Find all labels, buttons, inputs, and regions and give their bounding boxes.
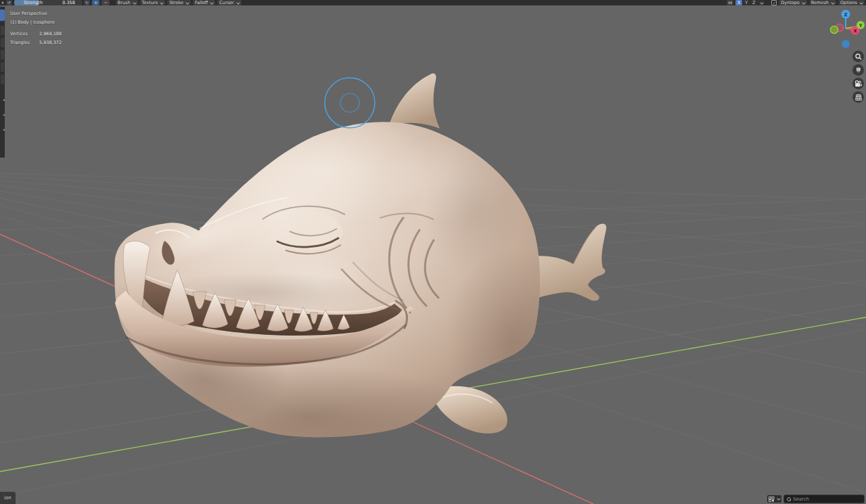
camera-view-icon	[854, 81, 862, 87]
cycle-left-button[interactable]: ↺	[6, 0, 12, 5]
dyntopo-menu[interactable]: Dyntopo	[779, 0, 807, 5]
cycle-arrow-icon: ↻	[85, 0, 89, 5]
symmetry-mirror-button[interactable]: ⋈	[727, 0, 733, 5]
gizmo-y-label: Y	[859, 23, 863, 28]
zoom-button[interactable]	[852, 51, 864, 62]
pan-button[interactable]	[852, 64, 864, 76]
gizmo-z-neg-axis[interactable]	[842, 40, 850, 48]
chevron-down-icon	[777, 497, 781, 501]
chevron-down-icon	[760, 1, 764, 5]
active-tool-indicator[interactable]	[0, 9, 5, 21]
options-menu[interactable]: Options	[838, 0, 865, 5]
chevron-down-icon	[133, 1, 137, 5]
gizmo-x-label: X	[853, 28, 857, 34]
active-object-label: (1) Body | Icosphere	[10, 20, 62, 25]
gizmo-z-label: Z	[844, 12, 848, 18]
search-input[interactable]	[793, 497, 861, 502]
search-box[interactable]	[783, 495, 865, 503]
orientation-gizmo[interactable]: Z X Y	[827, 9, 865, 49]
chevron-down-icon	[210, 1, 214, 5]
camera-view-button[interactable]	[852, 78, 864, 89]
chevron-down-icon	[831, 1, 835, 5]
cursor-menu[interactable]: Cursor	[217, 0, 241, 5]
strength-label: Strength	[24, 0, 43, 5]
symmetry-x-button[interactable]: X	[735, 0, 742, 5]
texture-menu[interactable]: Texture	[140, 0, 166, 5]
stroke-menu[interactable]: Stroke	[167, 0, 191, 5]
chevron-down-icon	[859, 1, 863, 5]
vertices-label: Vertices	[10, 31, 39, 37]
symmetry-axis-group: X Y Z	[735, 0, 765, 5]
subtract-brush-button[interactable]: −	[101, 0, 109, 5]
pan-hand-icon	[855, 67, 862, 74]
search-icon	[787, 497, 791, 501]
triangles-label: Triangles	[10, 40, 39, 45]
add-brush-button[interactable]: +	[92, 0, 99, 5]
chevron-down-icon	[236, 1, 240, 5]
truncated-radius-label: x	[1, 0, 4, 5]
brush-menu[interactable]: Brush	[116, 0, 138, 5]
symmetry-y-button[interactable]: Y	[743, 0, 750, 5]
strength-slider[interactable]: Strength 0.358	[14, 0, 82, 5]
editor-type-button[interactable]	[767, 495, 781, 503]
3d-viewport[interactable]: User Perspective (1) Body | Icosphere Ve…	[0, 0, 866, 504]
viewport-canvas[interactable]	[0, 0, 866, 504]
bottom-right-cluster	[767, 495, 865, 503]
chevron-down-icon	[802, 1, 806, 5]
chevron-down-icon	[185, 1, 189, 5]
bottom-left-partial-tab[interactable]: ion	[0, 492, 16, 504]
mirror-butterfly-icon: ⋈	[728, 0, 732, 5]
vertices-value: 2,969,188	[39, 31, 62, 37]
viewport-nav-buttons	[852, 51, 864, 103]
symmetry-dropdown[interactable]	[758, 0, 765, 5]
gizmo-y-neg-axis[interactable]	[831, 26, 838, 34]
remesh-menu[interactable]: Remesh	[809, 0, 836, 5]
view-perspective-label: User Perspective	[10, 11, 62, 16]
triangles-value: 5,938,372	[39, 40, 62, 45]
falloff-menu[interactable]: Falloff	[193, 0, 215, 5]
ortho-toggle-button[interactable]	[852, 91, 864, 103]
cycle-right-button[interactable]: ↻	[84, 0, 90, 5]
partial-tab-label: ion	[4, 495, 12, 501]
sculpt-header-bar: x ↺ Strength 0.358 ↻ + − Brush Texture S…	[0, 0, 866, 5]
triangles-stat: Triangles 5,938,372	[10, 40, 62, 45]
tool-strip-collapsed[interactable]	[0, 7, 5, 158]
dyntopo-checkbox[interactable]: ✓	[771, 0, 777, 5]
strength-value: 0.358	[62, 0, 75, 5]
vertices-stat: Vertices 2,969,188	[10, 31, 62, 37]
cycle-arrow-icon: ↺	[7, 0, 11, 5]
magnify-icon	[855, 53, 862, 60]
viewport-overlay-stats: User Perspective (1) Body | Icosphere Ve…	[10, 11, 62, 49]
editor-grid-icon	[769, 497, 775, 502]
ortho-grid-icon	[855, 94, 862, 101]
symmetry-z-button[interactable]: Z	[750, 0, 757, 5]
chevron-down-icon	[160, 1, 164, 5]
